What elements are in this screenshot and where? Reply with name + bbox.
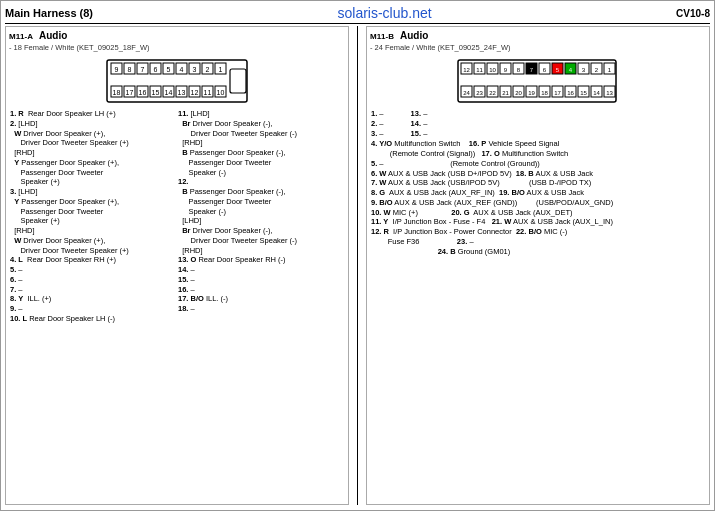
pin-1: 1. R Rear Door Speaker LH (+) — [10, 109, 176, 119]
page-header: Main Harness (8) solaris-club.net CV10-8 — [5, 5, 710, 24]
svg-text:16: 16 — [139, 89, 147, 96]
svg-text:10: 10 — [489, 67, 496, 73]
pin-14: 14. – — [178, 265, 344, 275]
pin-4: 4. L Rear Door Speaker RH (+) — [10, 255, 176, 265]
pin-3: 3. [LHD] — [10, 187, 176, 197]
pin-16: 16. – — [178, 285, 344, 295]
svg-text:1: 1 — [608, 67, 612, 73]
svg-text:9: 9 — [504, 67, 508, 73]
m11b-id: M11-B — [370, 32, 394, 41]
m11a-label: Audio — [39, 30, 67, 41]
svg-text:24: 24 — [463, 90, 470, 96]
pin-13: 13. O Rear Door Speaker RH (-) — [178, 255, 344, 265]
page-title: Main Harness (8) — [5, 7, 93, 19]
svg-text:8: 8 — [517, 67, 521, 73]
main-page: Main Harness (8) solaris-club.net CV10-8… — [0, 0, 715, 511]
svg-rect-37 — [230, 69, 246, 93]
svg-text:21: 21 — [502, 90, 509, 96]
pin-2: 2. [LHD] — [10, 119, 176, 129]
svg-text:12: 12 — [463, 67, 470, 73]
svg-text:7: 7 — [141, 66, 145, 73]
svg-text:17: 17 — [126, 89, 134, 96]
svg-text:20: 20 — [515, 90, 522, 96]
pin-9: 9. – — [10, 304, 176, 314]
svg-text:17: 17 — [554, 90, 561, 96]
m11a-id: M11-A — [9, 32, 33, 41]
svg-text:22: 22 — [489, 90, 496, 96]
pin-11: 11. [LHD] — [178, 109, 344, 119]
svg-text:4: 4 — [180, 66, 184, 73]
m11a-subtitle: - 18 Female / White (KET_09025_18F_W) — [9, 43, 345, 52]
panel-divider — [357, 26, 358, 505]
m11a-pins-table: 1. R Rear Door Speaker LH (+) 2. [LHD] W… — [9, 109, 345, 324]
svg-text:8: 8 — [128, 66, 132, 73]
m11a-pins-left: 1. R Rear Door Speaker LH (+) 2. [LHD] W… — [9, 109, 177, 324]
svg-text:3: 3 — [582, 67, 586, 73]
svg-text:23: 23 — [476, 90, 483, 96]
svg-text:6: 6 — [154, 66, 158, 73]
svg-text:14: 14 — [593, 90, 600, 96]
page-code: CV10-8 — [676, 8, 710, 19]
svg-text:13: 13 — [178, 89, 186, 96]
pin-6: 6. – — [10, 275, 176, 285]
svg-text:14: 14 — [165, 89, 173, 96]
svg-text:16: 16 — [567, 90, 574, 96]
svg-text:9: 9 — [115, 66, 119, 73]
pin-10: 10. L Rear Door Speaker LH (-) — [10, 314, 176, 324]
svg-text:2: 2 — [595, 67, 599, 73]
svg-text:5: 5 — [167, 66, 171, 73]
m11b-pins-left: 1. – 13. – 2. – 14. – 3. – 15. – 4. Y/O … — [370, 109, 706, 256]
svg-text:1: 1 — [219, 66, 223, 73]
pin-17: 17. B/O ILL. (-) — [178, 294, 344, 304]
svg-text:15: 15 — [580, 90, 587, 96]
pin-12: 12. — [178, 177, 344, 187]
pin-18: 18. – — [178, 304, 344, 314]
site-name: solaris-club.net — [337, 5, 431, 21]
svg-text:3: 3 — [193, 66, 197, 73]
svg-text:11: 11 — [476, 67, 483, 73]
svg-text:2: 2 — [206, 66, 210, 73]
svg-text:19: 19 — [528, 90, 535, 96]
pin-2w: W Driver Door Speaker (+), — [10, 129, 176, 139]
svg-text:11: 11 — [204, 89, 212, 96]
m11a-pins-right: 11. [LHD] Br Driver Door Speaker (-), Dr… — [177, 109, 345, 324]
pin-7: 7. – — [10, 285, 176, 295]
svg-text:13: 13 — [606, 90, 613, 96]
pin-15: 15. – — [178, 275, 344, 285]
svg-text:12: 12 — [191, 89, 199, 96]
m11b-pins-table: 1. – 13. – 2. – 14. – 3. – 15. – 4. Y/O … — [370, 109, 706, 256]
svg-text:18: 18 — [541, 90, 548, 96]
m11b-connector-diagram: 12 11 10 9 8 7 6 5 4 3 — [453, 55, 623, 107]
m11a-connector-diagram: 9 8 7 6 5 4 3 2 1 — [102, 55, 252, 107]
pin-5: 5. – — [10, 265, 176, 275]
m11b-subtitle: - 24 Female / White (KET_09025_24F_W) — [370, 43, 706, 52]
svg-text:18: 18 — [113, 89, 121, 96]
m11b-panel: M11-B Audio - 24 Female / White (KET_090… — [366, 26, 710, 505]
pin-8: 8. Y ILL. (+) — [10, 294, 176, 304]
m11a-panel: M11-A Audio - 18 Female / White (KET_090… — [5, 26, 349, 505]
svg-text:10: 10 — [217, 89, 225, 96]
main-content: M11-A Audio - 18 Female / White (KET_090… — [5, 26, 710, 505]
m11b-label: Audio — [400, 30, 428, 41]
svg-text:15: 15 — [152, 89, 160, 96]
